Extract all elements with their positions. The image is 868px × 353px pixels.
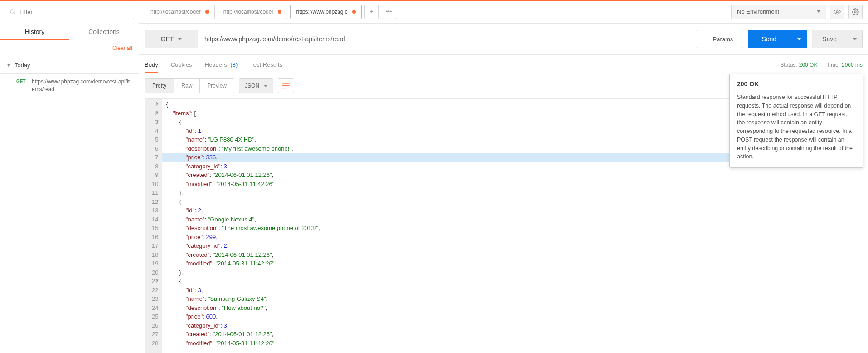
clear-all-link[interactable]: Clear all [112,45,132,51]
line-number: 26 [152,321,158,330]
settings-button[interactable] [848,5,863,19]
environment-select[interactable]: No Environment [731,5,826,19]
line-number: 12▾ [152,197,158,206]
chevron-down-icon [797,38,801,40]
fold-icon[interactable]: ▾ [156,118,159,125]
chevron-down-icon [178,38,182,40]
svg-point-3 [854,11,856,13]
line-number: 4 [152,127,158,136]
code-line: "description": "How about no?", [166,304,859,313]
tab-strip: http://localhost/coderhttp://localhost/c… [145,5,727,19]
line-number: 9 [152,171,158,180]
main-panel: http://localhost/coderhttp://localhost/c… [139,0,868,353]
sidebar-tab-collections[interactable]: Collections [69,24,139,40]
line-number: 23 [152,294,158,304]
code-line: { [166,197,859,206]
method-select[interactable]: GET [145,30,198,48]
line-number: 27 [152,330,158,339]
sidebar: History Collections Clear all ▼ Today GE… [0,0,139,353]
status-tooltip: 200 OK Standard response for successful … [729,74,863,168]
view-preview-button[interactable]: Preview [199,79,234,93]
fold-icon[interactable]: ▾ [156,110,159,116]
search-icon [10,9,16,15]
code-line: { [166,277,859,286]
fold-icon[interactable]: ▾ [156,198,159,205]
line-number: 22 [152,286,158,295]
filter-input[interactable] [19,9,129,15]
view-mode-group: Pretty Raw Preview [145,78,234,93]
status-label: Status: [780,62,797,68]
wrap-lines-button[interactable] [278,78,294,93]
line-number: 5 [152,135,158,144]
time-display: Time:2060 ms [826,62,863,68]
history-item[interactable]: GEThttps://www.phpzag.com/demo/rest-api/… [0,74,139,98]
caret-down-icon: ▼ [6,63,11,68]
history-group-label: Today [15,62,30,69]
time-value: 2060 ms [842,62,863,68]
eye-icon [834,8,841,15]
line-number: 15 [152,224,158,233]
tab-label: http://localhost/coder [223,9,274,15]
format-select[interactable]: JSON [239,78,273,93]
line-number: 24 [152,304,158,313]
code-line: "id": 2, [166,206,859,215]
line-number: 19 [152,259,158,268]
response-tab-body[interactable]: Body [145,57,158,73]
fold-icon[interactable]: ▾ [156,278,159,284]
history-group-today[interactable]: ▼ Today [0,56,139,74]
line-number: 7 [152,153,158,162]
status-display[interactable]: Status:200 OK [780,62,817,68]
code-line: }, [166,268,859,277]
fold-icon[interactable]: ▾ [156,101,159,107]
filter-box[interactable] [5,5,134,19]
format-label: JSON [245,83,259,89]
response-tab-headers[interactable]: Headers (8) [205,57,238,73]
line-number: 11 [152,188,158,197]
headers-count: (8) [230,61,238,68]
line-number: 18 [152,250,158,260]
top-accent-bar [0,0,868,1]
code-line: "id": 3, [166,286,859,295]
code-line: "modified": "2014-05-31 11:42:26" [166,180,859,189]
tab-label: http://localhost/coder [150,9,201,15]
line-number: 17 [152,241,158,250]
dirty-indicator-icon [352,10,356,14]
wrap-icon [282,83,290,89]
history-url: https://www.phpzag.com/demo/rest-api/ite… [32,78,132,93]
line-number: 10 [152,180,158,189]
tab-options-button[interactable]: ••• [382,5,396,19]
method-label: GET [161,35,174,43]
dirty-indicator-icon [205,10,209,14]
line-number: 2▾ [152,109,158,118]
status-value: 200 OK [799,62,818,68]
send-dropdown-button[interactable] [790,30,807,48]
environment-preview-button[interactable] [830,5,844,19]
line-number: 6 [152,144,158,153]
line-number: 1▾ [152,100,158,109]
svg-point-2 [836,11,838,13]
request-tab[interactable]: http://localhost/coder [145,5,215,19]
response-tab-test-results[interactable]: Test Results [250,57,282,73]
svg-point-0 [10,10,14,13]
request-tab[interactable]: http://localhost/coder [218,5,288,19]
view-raw-button[interactable]: Raw [174,79,199,93]
code-line: "description": "The most awesome phone o… [166,224,859,233]
line-number: 16 [152,233,158,242]
response-tab-cookies[interactable]: Cookies [171,57,192,73]
code-line: "name": "Samsung Galaxy S4", [166,294,859,304]
sidebar-tab-history[interactable]: History [0,24,69,40]
code-line: "price": 600, [166,312,859,321]
tooltip-title: 200 OK [737,80,856,88]
request-tab[interactable]: https://www.phpzag.c [290,5,361,19]
code-line: "name": "Google Nexus 4", [166,215,859,224]
url-input[interactable] [198,30,698,48]
params-button[interactable]: Params [703,30,744,48]
code-line: "modified": "2014-05-31 11:42:26" [166,339,859,348]
view-pretty-button[interactable]: Pretty [145,79,174,93]
code-line: "modified": "2014-05-31 11:42:26" [166,259,859,268]
save-button[interactable]: Save [812,30,847,48]
save-dropdown-button[interactable] [847,30,863,48]
new-tab-button[interactable]: + [364,5,379,19]
send-button[interactable]: Send [748,30,790,48]
tooltip-body: Standard response for successful HTTP re… [737,93,856,161]
